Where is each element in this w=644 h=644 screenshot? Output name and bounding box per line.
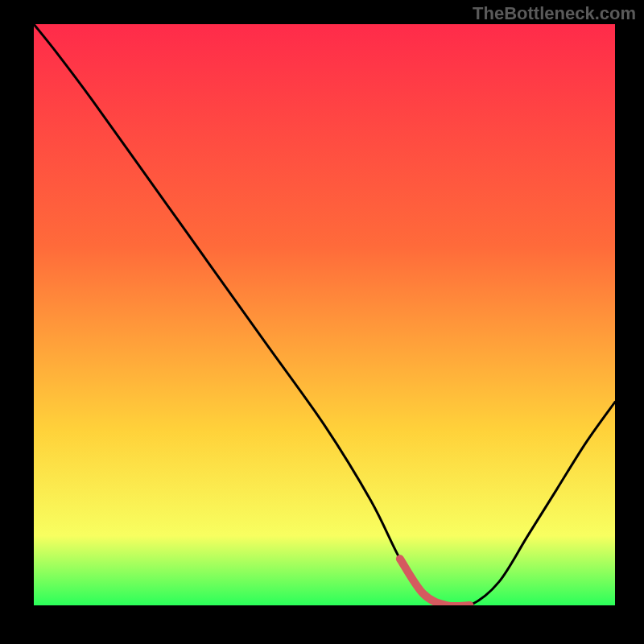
chart-container: TheBottleneck.com: [0, 0, 644, 644]
gradient-background: [34, 24, 615, 605]
watermark-text: TheBottleneck.com: [473, 3, 636, 24]
plot-area: [34, 24, 615, 605]
chart-svg: [34, 24, 615, 605]
